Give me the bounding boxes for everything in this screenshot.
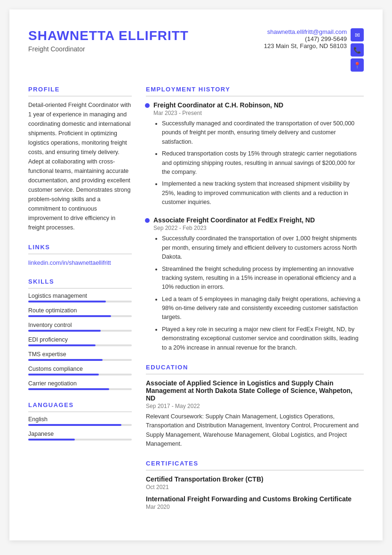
lang-bar-fill [28, 439, 75, 441]
languages-section: LANGUAGES English Japanese [28, 401, 132, 441]
certificates-title: CERTIFICATES [146, 460, 364, 471]
location-icon: 📍 [351, 58, 364, 72]
header-left: SHAWNETTA ELLIFRITT Freight Coordinator [28, 28, 189, 53]
bullet-item: Led a team of 5 employees in managing da… [162, 295, 364, 322]
left-column: PROFILE Detail-oriented Freight Coordina… [28, 86, 132, 522]
phone-number: (147) 299-5649 [264, 35, 347, 42]
skill-name: EDI proficiency [28, 336, 132, 343]
certificates-section: CERTIFICATES Certified Transportation Br… [146, 460, 364, 510]
bullet-item: Streamlined the freight scheduling proce… [162, 265, 364, 292]
education-section: EDUCATION Associate of Applied Science i… [146, 364, 364, 449]
skill-name: Inventory control [28, 322, 132, 328]
right-column: EMPLOYMENT HISTORY Freight Coordinator a… [146, 86, 364, 522]
skill-bar-bg [28, 344, 132, 346]
links-section: LINKS linkedin.com/in/shawnettaellifritt [28, 244, 132, 267]
resume-container: SHAWNETTA ELLIFRITT Freight Coordinator … [9, 9, 383, 540]
bullet-item: Reduced transportation costs by 15% thro… [162, 149, 364, 177]
job-bullets: Successfully coordinated the transportat… [153, 234, 364, 352]
skill-name: TMS expertise [28, 351, 132, 358]
edu-degree-title: Associate of Applied Science in Logistic… [146, 379, 364, 402]
skill-name: Route optimization [28, 307, 132, 314]
lang-bar-fill [28, 424, 121, 426]
skills-title: SKILLS [28, 278, 132, 289]
employment-title: EMPLOYMENT HISTORY [146, 86, 364, 97]
email-icon: ✉ [351, 28, 364, 41]
skill-bar-bg [28, 359, 132, 361]
header: SHAWNETTA ELLIFRITT Freight Coordinator … [28, 28, 364, 72]
skill-bar-bg [28, 315, 132, 317]
skills-section: SKILLS Logistics management Route optimi… [28, 278, 132, 390]
lang-bar-bg [28, 424, 132, 426]
skill-carrier-negotiation: Carrier negotiation [28, 380, 132, 390]
lang-bar-bg [28, 439, 132, 441]
header-right: shawnetta.ellifritt@gmail.com (147) 299-… [264, 28, 364, 72]
contact-icons: ✉ 📞 📍 [351, 28, 364, 72]
language-english: English [28, 416, 132, 426]
skill-name: Customs compliance [28, 366, 132, 372]
skills-list: Logistics management Route optimization … [28, 293, 132, 390]
employment-section: EMPLOYMENT HISTORY Freight Coordinator a… [146, 86, 364, 352]
edu-dates: Sep 2017 - May 2022 [146, 403, 364, 409]
job-ch-robinson: Freight Coordinator at C.H. Robinson, ND… [146, 101, 364, 207]
skill-inventory-control: Inventory control [28, 322, 132, 332]
languages-list: English Japanese [28, 416, 132, 441]
job-dates: Sep 2022 - Feb 2023 [153, 225, 364, 231]
cert-freight-title: International Freight Forwarding and Cus… [146, 495, 364, 503]
skill-bar-fill [28, 359, 103, 361]
edu-coursework: Relevant Coursework: Supply Chain Manage… [146, 412, 364, 449]
skill-bar-fill [28, 301, 106, 302]
cert-ctb-title: Certified Transportation Broker (CTB) [146, 475, 364, 483]
email-link[interactable]: shawnetta.ellifritt@gmail.com [264, 28, 347, 35]
language-japanese: Japanese [28, 431, 132, 441]
candidate-title: Freight Coordinator [28, 45, 189, 53]
skill-bar-fill [28, 374, 99, 375]
main-content: PROFILE Detail-oriented Freight Coordina… [28, 86, 364, 522]
job-fedex-freight: Associate Freight Coordinator at FedEx F… [146, 216, 364, 352]
profile-text: Detail-oriented Freight Coordinator with… [28, 100, 132, 232]
bullet-item: Played a key role in securing a major ne… [162, 325, 364, 352]
job-dates: Mar 2023 - Present [153, 110, 364, 116]
skill-bar-fill [28, 315, 111, 317]
linkedin-link[interactable]: linkedin.com/in/shawnettaellifritt [28, 260, 111, 266]
job-title: Freight Coordinator at C.H. Robinson, ND [153, 101, 364, 109]
skill-route-optimization: Route optimization [28, 307, 132, 317]
address: 123 Main St, Fargo, ND 58103 [264, 42, 347, 49]
languages-title: LANGUAGES [28, 401, 132, 412]
skill-bar-bg [28, 301, 132, 302]
job-bullets: Successfully managed and coordinated the… [153, 119, 364, 207]
cert-ctb-date: Oct 2021 [146, 484, 364, 490]
phone-icon: 📞 [351, 43, 364, 57]
job-dot [145, 218, 150, 223]
lang-name: English [28, 416, 132, 423]
education-title: EDUCATION [146, 364, 364, 375]
skill-name: Logistics management [28, 293, 132, 299]
skill-edi-proficiency: EDI proficiency [28, 336, 132, 346]
linkedin-link-item: linkedin.com/in/shawnettaellifritt [28, 258, 132, 267]
bullet-item: Implemented a new tracking system that i… [162, 180, 364, 207]
job-dot [145, 103, 150, 108]
skill-tms-expertise: TMS expertise [28, 351, 132, 361]
skill-logistics-management: Logistics management [28, 293, 132, 302]
skill-bar-fill [28, 344, 96, 346]
bullet-item: Successfully coordinated the transportat… [162, 234, 364, 261]
job-title: Associate Freight Coordinator at FedEx F… [153, 216, 364, 224]
skill-bar-bg [28, 374, 132, 375]
skill-bar-bg [28, 388, 132, 390]
links-title: LINKS [28, 244, 132, 254]
bullet-item: Successfully managed and coordinated the… [162, 119, 364, 147]
profile-title: PROFILE [28, 86, 132, 97]
skill-bar-bg [28, 330, 132, 332]
skill-customs-compliance: Customs compliance [28, 366, 132, 375]
contact-info: shawnetta.ellifritt@gmail.com (147) 299-… [264, 28, 347, 49]
candidate-name: SHAWNETTA ELLIFRITT [28, 28, 189, 43]
profile-section: PROFILE Detail-oriented Freight Coordina… [28, 86, 132, 232]
cert-freight-date: Mar 2020 [146, 504, 364, 510]
skill-bar-fill [28, 330, 101, 332]
skill-bar-fill [28, 388, 109, 390]
lang-name: Japanese [28, 431, 132, 437]
skill-name: Carrier negotiation [28, 380, 132, 387]
